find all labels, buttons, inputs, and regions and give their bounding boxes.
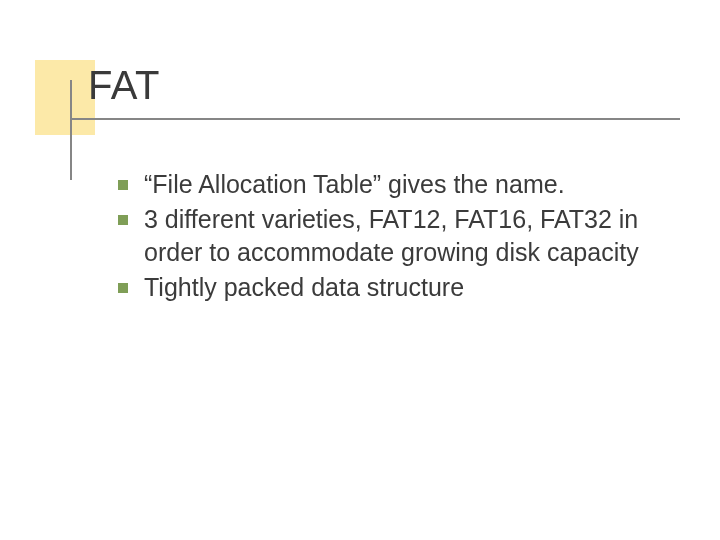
- bullet-text: “File Allocation Table” gives the name.: [144, 168, 565, 201]
- decorative-vertical-line: [70, 80, 72, 180]
- bullet-text: 3 different varieties, FAT12, FAT16, FAT…: [144, 203, 658, 269]
- slide-title: FAT: [88, 63, 160, 108]
- list-item: 3 different varieties, FAT12, FAT16, FAT…: [118, 203, 658, 269]
- bullet-text: Tightly packed data structure: [144, 271, 464, 304]
- slide: FAT “File Allocation Table” gives the na…: [0, 0, 720, 540]
- list-item: Tightly packed data structure: [118, 271, 658, 304]
- bullet-square-icon: [118, 180, 128, 190]
- bullet-square-icon: [118, 283, 128, 293]
- decorative-corner-block: [35, 60, 95, 135]
- bullet-square-icon: [118, 215, 128, 225]
- list-item: “File Allocation Table” gives the name.: [118, 168, 658, 201]
- decorative-horizontal-line: [70, 118, 680, 120]
- bullet-list: “File Allocation Table” gives the name. …: [118, 168, 658, 306]
